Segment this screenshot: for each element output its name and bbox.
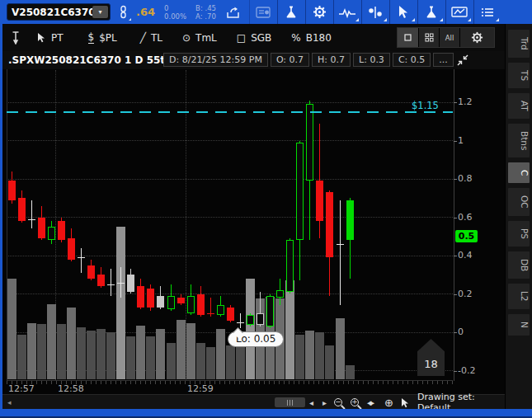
candle-body	[58, 221, 65, 240]
collapse-icon[interactable]	[456, 54, 469, 67]
volume-bar	[295, 335, 304, 379]
drawing-set-selector[interactable]: Drawing set: Default	[417, 395, 505, 410]
pl-tool-button[interactable]: $ $PL	[88, 31, 117, 44]
ohlc-readout: D: 8/21/25 12:59 PMO: 0.7H: 0.7L: 0.3C: …	[163, 53, 454, 67]
candle-body	[296, 143, 304, 241]
link-icon[interactable]	[118, 5, 129, 19]
volume-bar	[7, 279, 16, 379]
percent-icon: %	[291, 32, 300, 44]
list-menu-icon[interactable]	[473, 0, 501, 24]
zoom-in-button[interactable]: +	[351, 395, 359, 410]
ohlc-cell: L: 0.3	[353, 53, 390, 67]
sidebar-tab-btns[interactable]: Btns	[508, 124, 530, 157]
grid-icon	[425, 33, 434, 42]
zoom-out-button[interactable]: −	[334, 395, 342, 410]
pt-tool-button[interactable]: PT	[37, 32, 64, 44]
chart-settings-button[interactable]	[459, 28, 494, 47]
candle-wick	[81, 248, 82, 273]
time-axis: 12:5712:5812:59	[2, 381, 454, 394]
chart-symbol-title[interactable]: .SPXW250821C6370 1 D 55t	[8, 54, 165, 66]
candle-body	[87, 265, 95, 279]
step-right-button[interactable]: ▸	[322, 395, 327, 410]
b180-tool-button[interactable]: % B180	[291, 32, 332, 44]
all-charts-button[interactable]: All	[439, 28, 459, 47]
share-icon[interactable]	[226, 6, 241, 19]
candle-body	[227, 308, 234, 321]
volume-bar	[77, 327, 86, 379]
sidebar-tab-ps[interactable]: PS	[508, 221, 530, 247]
tl-tool-button[interactable]: ╱ TL	[140, 32, 162, 44]
crosshair-icon[interactable]: ⊕	[384, 395, 393, 410]
b180-tool-label: B180	[306, 32, 332, 44]
sidebar-tab-n[interactable]: N	[508, 314, 530, 336]
sidebar-tab-at[interactable]: AT	[508, 93, 530, 119]
scroll-left-arrow[interactable]: ◂	[7, 395, 12, 410]
y-axis-label: 0.8	[458, 173, 473, 184]
cursor-icon	[37, 32, 46, 43]
candle-body	[247, 315, 254, 325]
gadget-sidebar: TrdTSATBtnsCOCPSDBL2N	[505, 24, 532, 409]
tml-tool-button[interactable]: ⊙ TmL	[182, 32, 217, 44]
symbol-input-value[interactable]: V250821C6370	[7, 7, 92, 18]
volume-bar	[336, 318, 345, 379]
cursor-mode-button[interactable]	[401, 395, 410, 410]
candle-body	[306, 104, 313, 181]
symbol-dropdown-button[interactable]: ▾	[92, 6, 108, 18]
sidebar-tab-ts[interactable]: TS	[508, 63, 530, 88]
doji-tick	[107, 284, 115, 285]
zoom-out-icon: −	[334, 398, 342, 406]
sidebar-tab-oc[interactable]: OC	[508, 188, 530, 216]
candle-body	[286, 240, 294, 292]
volume-bar	[57, 324, 66, 379]
doji-tick	[207, 313, 214, 314]
sidebar-tab-l2[interactable]: L2	[508, 284, 530, 309]
sidebar-tab-trd[interactable]: Trd	[508, 30, 530, 58]
expand-horizontal-icon[interactable]: ◂▸	[367, 395, 373, 410]
candle-body	[326, 192, 333, 257]
sidebar-tab-c[interactable]: C	[508, 162, 530, 183]
volume-bar	[325, 345, 334, 379]
ask-value: A: .70	[195, 12, 216, 21]
ohlc-cell: ...	[433, 53, 454, 67]
analyze-beaker-icon[interactable]	[277, 0, 305, 24]
bid-value: B: .45	[195, 4, 216, 12]
volume-bar	[126, 336, 135, 379]
price-levels-icon[interactable]	[361, 0, 389, 24]
sgb-tool-button[interactable]: □ SGB	[237, 32, 272, 44]
candle-body	[346, 200, 354, 241]
candle-body	[266, 296, 274, 326]
volume-bar	[315, 332, 324, 379]
expiration-badge[interactable]: 18	[417, 339, 445, 376]
change-percent: 0.00%	[164, 12, 186, 21]
symbol-input[interactable]: V250821C6370 ▾	[7, 3, 111, 21]
chart-bottom-bar: ◂ ◂ ▸ − + ◂▸ ⊕ Drawing set: Default	[2, 394, 505, 409]
cursor-tool-icon[interactable]	[389, 0, 417, 24]
price-axis-separator	[454, 69, 454, 381]
window-frame-left	[0, 0, 2, 418]
strategies-beaker-icon[interactable]	[417, 0, 445, 24]
doji-tick	[237, 322, 244, 323]
volume-bar	[87, 331, 96, 379]
volume-bar	[156, 329, 165, 379]
volume-bar	[186, 323, 195, 379]
volume-bar	[17, 335, 26, 379]
ohlc-cell: O: 0.7	[271, 53, 309, 67]
step-left-button[interactable]: ◂	[309, 395, 313, 410]
h-gridline	[7, 179, 453, 180]
news-icon[interactable]	[249, 0, 277, 24]
studies-pulse-icon[interactable]	[333, 0, 361, 24]
y-tick-mark	[454, 102, 457, 103]
grid-layout-button[interactable]	[418, 28, 439, 47]
y-axis-label: 0.6	[458, 212, 473, 223]
chart-scrollbar[interactable]	[275, 397, 305, 407]
chart-style-icon[interactable]	[445, 0, 473, 24]
y-axis-label: 1	[458, 135, 464, 146]
last-price: .64	[136, 6, 155, 18]
sidebar-tab-db[interactable]: DB	[508, 251, 530, 279]
pin-icon[interactable]	[11, 31, 21, 45]
square-icon: □	[237, 32, 246, 44]
single-chart-button[interactable]	[398, 28, 418, 47]
settings-gear-icon[interactable]	[305, 0, 333, 24]
y-axis-label: 1.2	[458, 96, 473, 107]
h-gridline	[7, 102, 453, 103]
